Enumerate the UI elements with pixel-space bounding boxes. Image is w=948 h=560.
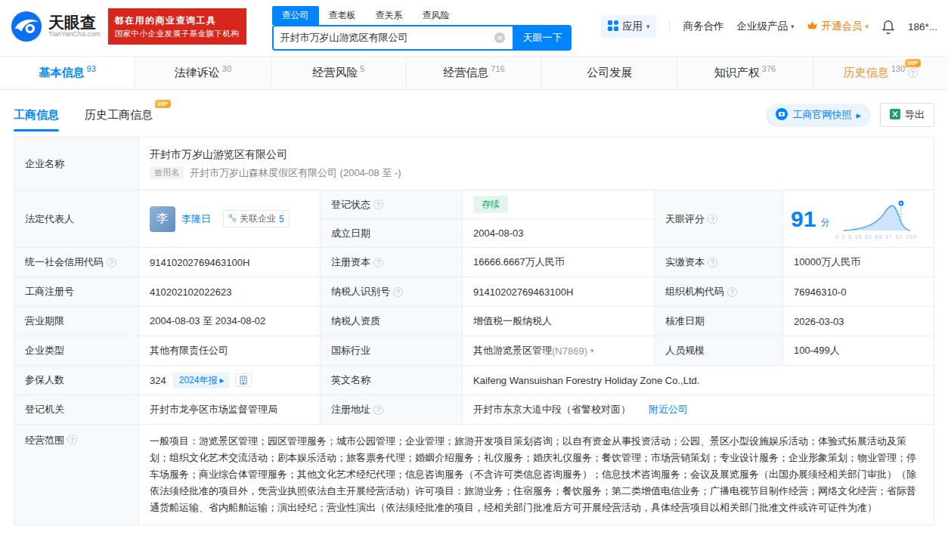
field-label-score: 天眼评分 ? bbox=[655, 190, 783, 248]
chevron-down-icon[interactable]: ▾ bbox=[590, 347, 594, 354]
field-label-english-name: 英文名称 bbox=[321, 366, 463, 395]
camera-icon bbox=[776, 108, 788, 122]
field-label-reg-capital: 注册资本 ? bbox=[321, 248, 463, 277]
label-text: 注册资本 bbox=[331, 255, 370, 269]
help-icon[interactable]: ? bbox=[708, 258, 717, 268]
search-button[interactable]: 天眼一下 bbox=[514, 25, 572, 51]
label-text: 企业类型 bbox=[25, 344, 64, 357]
field-label-legal-rep: 法定代表人 bbox=[14, 190, 139, 248]
field-value-reg-number: 410202102022623 bbox=[139, 277, 321, 307]
field-value-score[interactable]: 91 分 0 1 5 15 50 65 97 99 100 bbox=[783, 190, 934, 248]
field-value-insured: 324 2024年报 ▸ bbox=[139, 366, 321, 395]
field-value-english-name: Kaifeng Wansuishan Forestry Holiday Zone… bbox=[463, 366, 934, 395]
tab-label: 经营风险 bbox=[312, 66, 358, 80]
notifications-bell-icon[interactable] bbox=[881, 19, 895, 34]
tab-business-info[interactable]: 经营信息 716 bbox=[407, 57, 542, 89]
help-icon[interactable]: ? bbox=[67, 435, 77, 444]
tab-label: 经营信息 bbox=[443, 66, 488, 80]
help-icon[interactable]: ? bbox=[373, 200, 383, 209]
help-icon[interactable]: ? bbox=[727, 287, 737, 297]
field-label-industry: 国标行业 bbox=[321, 336, 463, 366]
company-name: 开封市万岁山游览区有限公司 bbox=[150, 148, 287, 162]
field-value-reg-address: 开封市东京大道中段（省警校对面） 附近公司 bbox=[463, 395, 934, 425]
chevron-down-icon: ▾ bbox=[791, 23, 795, 30]
field-label-reg-number: 工商注册号 bbox=[14, 277, 139, 307]
field-value-reg-status: 存续 bbox=[463, 190, 655, 219]
snapshot-label: 工商官网快照 bbox=[792, 108, 851, 122]
tab-legal-proceedings[interactable]: 法律诉讼 30 bbox=[135, 57, 271, 89]
industry-name: 其他游览景区管理 bbox=[473, 344, 552, 357]
tab-basic-info[interactable]: 基本信息 93 bbox=[0, 57, 135, 89]
tab-label: 法律诉讼 bbox=[175, 66, 220, 80]
official-snapshot-button[interactable]: 工商官网快照 ▸ bbox=[766, 104, 871, 127]
logo[interactable]: 天眼查 TianYanCha.com bbox=[11, 11, 101, 42]
label-text: 成立日期 bbox=[331, 227, 370, 240]
tab-count: 376 bbox=[762, 64, 776, 73]
tab-count: 130 bbox=[891, 64, 905, 73]
tab-label: 公司发展 bbox=[587, 66, 632, 80]
user-account[interactable]: 186*... bbox=[908, 21, 937, 32]
related-companies-badge[interactable]: 关联企业 5 bbox=[223, 210, 290, 227]
nav-enterprise-products[interactable]: 企业级产品 ▾ bbox=[736, 20, 794, 33]
help-icon[interactable]: ? bbox=[373, 405, 383, 415]
field-value-paid-capital: 10000万人民币 bbox=[783, 248, 934, 277]
help-icon[interactable]: ? bbox=[373, 258, 383, 268]
vip-badge: VIP bbox=[155, 100, 171, 108]
nav-cooperation[interactable]: 商务合作 bbox=[683, 20, 723, 33]
tab-count: 30 bbox=[222, 64, 231, 73]
subtab-history-registration[interactable]: VIP 历史工商信息 bbox=[85, 108, 153, 122]
tab-label: 历史信息 bbox=[844, 66, 889, 80]
tab-count: 5 bbox=[360, 64, 364, 73]
status-badge: 存续 bbox=[473, 196, 508, 213]
search-tab-boss[interactable]: 查老板 bbox=[319, 6, 366, 25]
insured-count: 324 bbox=[150, 375, 166, 386]
field-label-insured: 参保人数 bbox=[14, 366, 139, 395]
search-tab-company[interactable]: 查公司 bbox=[272, 6, 319, 25]
tab-company-development[interactable]: 公司发展 bbox=[542, 57, 677, 89]
social-security-icon[interactable] bbox=[235, 373, 252, 387]
label-text: 纳税人资质 bbox=[331, 314, 380, 328]
subtab-business-registration[interactable]: 工商信息 bbox=[14, 108, 59, 122]
field-value-legal-rep: 李 李隆日 关联企业 5 bbox=[139, 190, 321, 248]
search-input[interactable] bbox=[280, 32, 489, 44]
apps-menu[interactable]: 应用 ▾ bbox=[601, 15, 657, 38]
label-text: 工商注册号 bbox=[25, 285, 74, 299]
related-count: 5 bbox=[279, 214, 284, 224]
label-text: 法定代表人 bbox=[25, 212, 74, 226]
search-tab-relation[interactable]: 查关系 bbox=[366, 6, 413, 25]
open-vip-button[interactable]: 开通会员 ▾ bbox=[807, 20, 869, 33]
label-text: 核准日期 bbox=[665, 314, 705, 328]
subnav-actions: 工商官网快照 ▸ 导出 bbox=[766, 103, 934, 127]
legal-rep-link[interactable]: 李隆日 bbox=[181, 212, 211, 226]
search-tab-risk[interactable]: 查风险 bbox=[413, 6, 460, 25]
clear-icon[interactable] bbox=[494, 32, 506, 44]
label-text: 注册地址 bbox=[331, 403, 370, 416]
help-icon[interactable]: ? bbox=[708, 214, 717, 224]
field-value-industry[interactable]: 其他游览景区管理 (N7869) ▾ bbox=[463, 336, 655, 366]
score-distribution-chart: 0 1 5 15 50 65 97 99 100 bbox=[835, 199, 917, 240]
site-header: 天眼查 TianYanCha.com 都在用的商业查询工具 国家中小企业发展子基… bbox=[0, 0, 948, 48]
annual-report-badge[interactable]: 2024年报 ▸ bbox=[173, 373, 231, 388]
tab-operating-risk[interactable]: 经营风险 5 bbox=[271, 57, 407, 89]
report-label: 2024年报 bbox=[179, 374, 218, 387]
field-value-reg-capital: 16666.6667万人民币 bbox=[463, 248, 655, 277]
help-icon[interactable]: ? bbox=[393, 287, 403, 297]
field-value-credit-code: 91410202769463100H bbox=[139, 248, 321, 277]
tab-history-info[interactable]: VIP 历史信息 130 ? bbox=[813, 57, 948, 89]
field-value-business-term: 2004-08-03 至 2034-08-02 bbox=[139, 307, 321, 336]
export-button[interactable]: 导出 bbox=[880, 103, 934, 127]
tab-intellectual-property[interactable]: 知识产权 376 bbox=[677, 57, 813, 89]
former-name: 开封市万岁山森林度假区有限公司 (2004-08 至 -) bbox=[190, 166, 401, 180]
vip-badge: VIP bbox=[905, 59, 921, 67]
field-label-company-type: 企业类型 bbox=[14, 336, 139, 366]
help-icon[interactable]: ? bbox=[107, 258, 116, 268]
field-label-reg-status: 登记状态 ? bbox=[321, 190, 463, 219]
promo-line2: 国家中小企业发展子基金旗下机构 bbox=[115, 27, 240, 39]
field-value-approval-date: 2026-03-03 bbox=[783, 307, 934, 336]
avatar[interactable]: 李 bbox=[150, 206, 175, 232]
label-text: 天眼评分 bbox=[665, 212, 705, 226]
promo-line1: 都在用的商业查询工具 bbox=[115, 14, 240, 28]
help-icon[interactable]: ? bbox=[908, 68, 918, 78]
nearby-companies-link[interactable]: 附近公司 bbox=[649, 403, 688, 416]
label-text: 登记机关 bbox=[25, 403, 64, 416]
